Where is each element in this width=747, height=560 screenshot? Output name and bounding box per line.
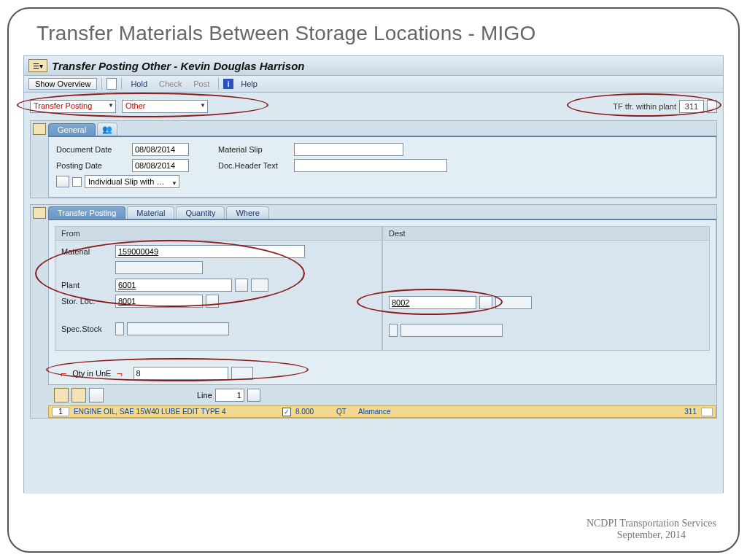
sap-window: ☰▾ Transfer Posting Other - Kevin Dougla…: [23, 55, 724, 493]
tab-vendor-icon[interactable]: 👥: [97, 122, 117, 136]
movement-type-group: TF tfr. within plant 311: [613, 100, 717, 113]
new-doc-icon[interactable]: [107, 78, 117, 90]
dest-header: Dest: [383, 227, 709, 241]
plant-input[interactable]: [115, 279, 232, 292]
detail-panel: From Material: [48, 220, 716, 385]
doc-header-label: Doc.Header Text: [218, 161, 291, 170]
print-checkbox[interactable]: [72, 177, 82, 187]
post-date-input[interactable]: [132, 159, 189, 172]
post-date-label: Posting Date: [56, 161, 129, 170]
toolbar: Show Overview Hold Check Post i Help: [24, 76, 723, 93]
item-description: ENGINE OIL, SAE 15W40 LUBE EDIT TYPE 4: [74, 408, 278, 416]
watermark: NCDPI Transportation Services September,…: [587, 518, 716, 541]
help-icon[interactable]: i: [223, 79, 233, 89]
item-number: 1: [52, 407, 69, 416]
tab-where[interactable]: Where: [226, 206, 268, 219]
watermark-line1: NCDPI Transportation Services: [587, 518, 716, 529]
movement-type-search-icon[interactable]: [707, 100, 717, 113]
material-input[interactable]: [115, 245, 305, 258]
delete-line-icon[interactable]: [89, 388, 104, 402]
titlebar: ☰▾ Transfer Posting Other - Kevin Dougla…: [24, 56, 723, 76]
collapse-icon[interactable]: [33, 207, 46, 219]
watermark-line2: September, 2014: [587, 529, 716, 541]
separator: [218, 78, 219, 90]
plant-search-icon[interactable]: [235, 279, 248, 292]
item-ok-checkbox[interactable]: ✓: [282, 408, 291, 416]
tab-material[interactable]: Material: [127, 206, 174, 219]
bracket-icon: ⌐: [117, 368, 123, 379]
general-panel: Document Date Posting Date Individual Sl: [48, 137, 716, 198]
dest-spec-input[interactable]: [400, 324, 503, 337]
from-dest-columns: From Material: [55, 226, 710, 351]
item-line-row[interactable]: 1 ENGINE OIL, SAE 15W40 LUBE EDIT TYPE 4…: [48, 405, 716, 418]
spec-stock-input[interactable]: [127, 322, 229, 335]
detail-section: Transfer Posting Material Quantity Where…: [30, 204, 717, 419]
item-mvt-code: 311: [675, 408, 697, 416]
line-nav: Line: [48, 385, 716, 405]
general-section: General 👥 Document Date Posting Date: [30, 120, 717, 198]
sloc-from-search-icon[interactable]: [206, 295, 219, 308]
sloc-from-input[interactable]: [115, 295, 203, 308]
plant-code2-input: [251, 279, 268, 292]
collapse-icon[interactable]: [33, 123, 46, 135]
sloc-label: Stor. Loc.: [61, 297, 112, 306]
show-overview-button[interactable]: Show Overview: [28, 78, 97, 90]
doc-date-input[interactable]: [132, 143, 189, 156]
tab-general[interactable]: General: [48, 123, 96, 136]
from-header: From: [55, 227, 382, 241]
line-label: Line: [197, 391, 212, 400]
tab-quantity[interactable]: Quantity: [176, 206, 225, 219]
movement-type-code[interactable]: 311: [679, 100, 704, 113]
check-button: Check: [155, 79, 186, 88]
qty-label: Qty in UnE: [69, 369, 114, 378]
item-extra-cell: [701, 408, 713, 416]
detail-tabstrip: Transfer Posting Material Quantity Where: [48, 205, 716, 220]
item-unit: QT: [336, 408, 354, 416]
hold-button[interactable]: Hold: [126, 79, 152, 88]
general-tabstrip: General 👥: [48, 121, 716, 137]
sloc-dest-desc-input: [495, 296, 532, 309]
dest-column: Dest: [382, 226, 710, 351]
separator: [101, 78, 102, 90]
window-title: Transfer Posting Other - Kevin Douglas H…: [52, 60, 304, 72]
tab-transfer-posting[interactable]: Transfer Posting: [48, 206, 125, 219]
material-slip-label: Material Slip: [218, 145, 291, 154]
movement-type-label: TF tfr. within plant: [613, 102, 676, 111]
spec-stock-label: Spec.Stock: [61, 324, 112, 333]
material-label: Material: [61, 247, 112, 256]
material-slip-input[interactable]: [294, 143, 403, 156]
sloc-dest-input[interactable]: [389, 296, 476, 309]
spec-stock-ind[interactable]: [115, 322, 124, 335]
prev-line-icon[interactable]: [71, 388, 86, 402]
reference-dropdown[interactable]: Other: [122, 100, 208, 113]
first-line-icon[interactable]: [54, 388, 69, 402]
dest-spec-ind[interactable]: [389, 324, 398, 337]
post-button: Post: [189, 79, 214, 88]
line-search-icon[interactable]: [247, 389, 260, 402]
help-link[interactable]: Help: [236, 79, 262, 88]
item-location: Alamance: [358, 408, 670, 416]
menu-icon[interactable]: ☰▾: [28, 59, 47, 72]
plant-label: Plant: [61, 281, 112, 289]
from-column: From Material: [55, 226, 382, 351]
qty-row: ⌐ Qty in UnE ⌐: [55, 362, 710, 384]
action-dropdown[interactable]: Transfer Posting: [30, 100, 116, 113]
slide-title: Transfer Materials Between Storage Locat…: [36, 22, 724, 45]
body-area: Transfer Posting Other TF tfr. within pl…: [24, 93, 723, 494]
doc-header-input[interactable]: [294, 159, 447, 172]
separator: [121, 78, 122, 90]
print-icon[interactable]: [56, 176, 69, 187]
qty-unit-input[interactable]: [231, 367, 253, 380]
line-number-input[interactable]: [215, 389, 244, 402]
sloc-dest-search-icon[interactable]: [479, 296, 492, 309]
material-desc-input: [115, 261, 203, 274]
bracket-icon: ⌐: [61, 368, 66, 379]
item-qty: 8.000: [295, 408, 332, 416]
qty-input[interactable]: [133, 367, 228, 380]
slip-dropdown[interactable]: Individual Slip with …: [85, 175, 179, 188]
doc-date-label: Document Date: [56, 145, 129, 154]
header-row: Transfer Posting Other TF tfr. within pl…: [30, 100, 717, 113]
